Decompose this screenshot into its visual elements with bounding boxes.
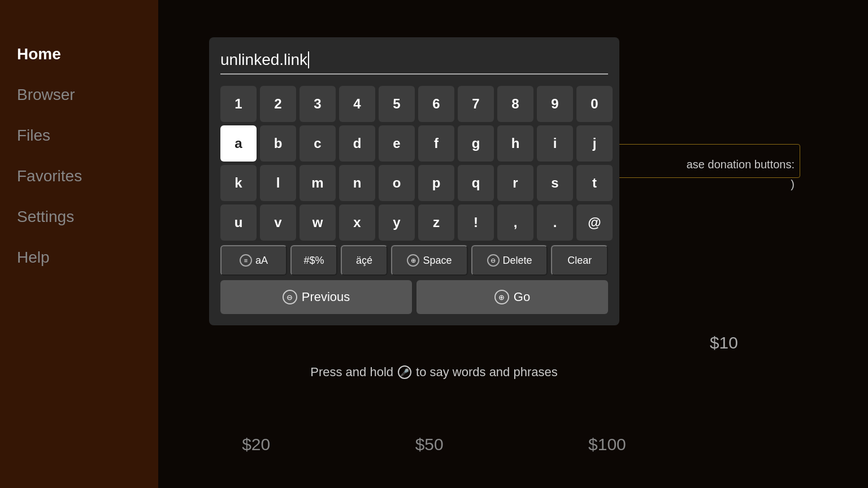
donation-suffix: ) [791, 178, 795, 191]
delete-label: Delete [503, 255, 532, 267]
accents-label: äçé [356, 255, 372, 267]
symbols-label: #$% [304, 255, 324, 267]
key-c[interactable]: c [300, 125, 336, 162]
key-o[interactable]: o [379, 165, 415, 201]
previous-label: Previous [302, 290, 350, 304]
delete-button[interactable]: ⊖ Delete [471, 245, 548, 276]
amount-20: $20 [242, 435, 270, 454]
sidebar-item-home[interactable]: Home [17, 45, 141, 63]
special-row: ≡ aA #$% äçé ⊕ Space ⊖ Delete Clear [220, 245, 608, 276]
key-e[interactable]: e [379, 125, 415, 162]
accents-button[interactable]: äçé [341, 245, 388, 276]
key-x[interactable]: x [339, 204, 375, 241]
clear-label: Clear [567, 255, 592, 267]
press-hold-container: Press and hold 🎤 to say words and phrase… [0, 365, 868, 380]
clear-button[interactable]: Clear [551, 245, 608, 276]
key-a[interactable]: a [220, 125, 257, 162]
key-u[interactable]: u [220, 204, 257, 241]
case-toggle-icon: ≡ [240, 254, 252, 267]
amount-row: $20 $50 $100 [0, 435, 868, 454]
case-toggle-label: aA [255, 255, 268, 267]
key-g[interactable]: g [458, 125, 494, 162]
key-y[interactable]: y [379, 204, 415, 241]
key-j[interactable]: j [576, 125, 613, 162]
key-m[interactable]: m [300, 165, 336, 201]
sidebar-item-browser[interactable]: Browser [17, 86, 141, 104]
keyboard-rows: 1 2 3 4 5 6 7 8 9 0 a b c d e f g h i j … [220, 86, 608, 276]
key-7[interactable]: 7 [458, 86, 494, 122]
key-6[interactable]: 6 [418, 86, 454, 122]
number-row: 1 2 3 4 5 6 7 8 9 0 [220, 86, 608, 122]
key-3[interactable]: 3 [300, 86, 336, 122]
key-f[interactable]: f [418, 125, 454, 162]
keyboard-dialog: unlinked.link 1 2 3 4 5 6 7 8 9 0 a b c … [209, 37, 619, 325]
key-at[interactable]: @ [576, 204, 613, 241]
case-toggle-button[interactable]: ≡ aA [220, 245, 287, 276]
key-d[interactable]: d [339, 125, 375, 162]
sidebar-item-favorites[interactable]: Favorites [17, 167, 141, 185]
previous-circle-icon: ⊖ [283, 290, 297, 304]
sidebar-item-files[interactable]: Files [17, 127, 141, 145]
space-label: Space [423, 255, 452, 267]
go-circle-icon: ⊕ [494, 290, 509, 304]
delete-circle-icon: ⊖ [487, 254, 500, 267]
key-exclaim[interactable]: ! [458, 204, 494, 241]
symbols-button[interactable]: #$% [290, 245, 337, 276]
text-input-area[interactable]: unlinked.link [220, 51, 608, 75]
row-aj: a b c d e f g h i j [220, 125, 608, 162]
key-i[interactable]: i [537, 125, 573, 162]
amount-50: $50 [415, 435, 444, 454]
press-hold-text: Press and hold [310, 365, 393, 380]
text-input-value: unlinked.link [220, 51, 307, 69]
key-9[interactable]: 9 [537, 86, 573, 122]
key-n[interactable]: n [339, 165, 375, 201]
key-4[interactable]: 4 [339, 86, 375, 122]
key-5[interactable]: 5 [379, 86, 415, 122]
key-t[interactable]: t [576, 165, 613, 201]
key-r[interactable]: r [497, 165, 533, 201]
key-l[interactable]: l [260, 165, 296, 201]
mic-icon: 🎤 [398, 365, 411, 379]
sidebar-item-settings[interactable]: Settings [17, 208, 141, 226]
go-label: Go [514, 290, 530, 304]
key-w[interactable]: w [300, 204, 336, 241]
go-button[interactable]: ⊕ Go [416, 280, 608, 314]
key-comma[interactable]: , [497, 204, 533, 241]
sidebar-item-help[interactable]: Help [17, 249, 141, 267]
amount-10: $10 [710, 333, 738, 352]
key-z[interactable]: z [418, 204, 454, 241]
key-1[interactable]: 1 [220, 86, 257, 122]
sidebar: Home Browser Files Favorites Settings He… [0, 0, 158, 488]
amount-100: $100 [588, 435, 626, 454]
key-s[interactable]: s [537, 165, 573, 201]
key-0[interactable]: 0 [576, 86, 613, 122]
key-k[interactable]: k [220, 165, 257, 201]
nav-buttons: ⊖ Previous ⊕ Go [220, 280, 608, 314]
key-p[interactable]: p [418, 165, 454, 201]
donation-label: ase donation buttons: [687, 158, 795, 171]
text-cursor [308, 51, 309, 68]
key-h[interactable]: h [497, 125, 533, 162]
previous-button[interactable]: ⊖ Previous [220, 280, 412, 314]
key-v[interactable]: v [260, 204, 296, 241]
row-uz: u v w x y z ! , . @ [220, 204, 608, 241]
key-8[interactable]: 8 [497, 86, 533, 122]
key-period[interactable]: . [537, 204, 573, 241]
space-button[interactable]: ⊕ Space [391, 245, 468, 276]
key-2[interactable]: 2 [260, 86, 296, 122]
row-kt: k l m n o p q r s t [220, 165, 608, 201]
key-q[interactable]: q [458, 165, 494, 201]
key-b[interactable]: b [260, 125, 296, 162]
space-circle-icon: ⊕ [407, 254, 419, 267]
press-hold-suffix: to say words and phrases [416, 365, 558, 380]
